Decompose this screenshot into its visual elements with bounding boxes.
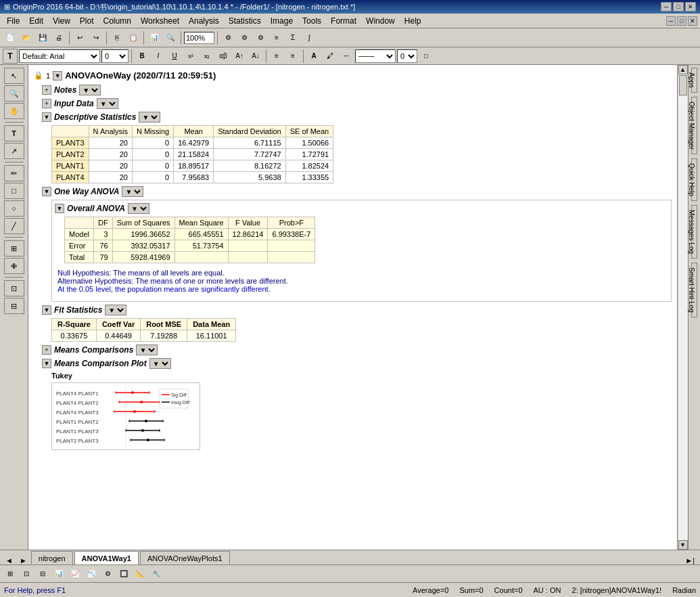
tab-anova1way1[interactable]: ANOVA1Way1 <box>74 551 139 565</box>
copy-button[interactable]: ⎘ <box>110 30 124 45</box>
font-size-select[interactable]: 0 <box>101 49 129 63</box>
text-tool[interactable]: T <box>3 49 18 64</box>
menu-window[interactable]: Window <box>362 15 399 27</box>
zoom-button[interactable]: 🔍 <box>163 30 178 45</box>
bold-button[interactable]: B <box>135 49 149 64</box>
extra-tool2[interactable]: ⊟ <box>4 298 24 314</box>
anova-dropdown[interactable]: ▼ <box>122 186 143 197</box>
btm-btn2[interactable]: ⊡ <box>19 567 34 581</box>
collapse-all-btn[interactable]: ▼ <box>53 71 62 81</box>
menu-column[interactable]: Column <box>99 15 135 27</box>
menu-tools[interactable]: Tools <box>298 15 325 27</box>
extra-btn5[interactable]: Σ <box>285 30 300 45</box>
new-button[interactable]: 📄 <box>3 30 18 45</box>
scroll-track[interactable] <box>678 74 688 540</box>
menu-file[interactable]: File <box>3 15 24 27</box>
desc-stats-collapse[interactable]: ▼ <box>42 112 51 122</box>
input-data-collapse[interactable]: + <box>42 99 51 108</box>
border-button[interactable]: □ <box>419 49 434 64</box>
extra-tool1[interactable]: ⊡ <box>4 280 24 296</box>
fit-stats-collapse[interactable]: ▼ <box>42 305 51 315</box>
messages-log-label[interactable]: Messages Log <box>691 205 697 259</box>
minimize-inner[interactable]: ─ <box>666 16 676 26</box>
btm-btn1[interactable]: ⊞ <box>3 567 18 581</box>
text-insert[interactable]: T <box>4 125 24 141</box>
superscript-button[interactable]: x² <box>183 49 198 64</box>
notes-collapse[interactable]: + <box>42 85 51 95</box>
print-button[interactable]: 🖨 <box>51 30 66 45</box>
line-button[interactable]: ─ <box>339 49 354 64</box>
overall-anova-dropdown[interactable]: ▼ <box>128 203 149 214</box>
extra-btn4[interactable]: ≡ <box>269 30 284 45</box>
subscript-button[interactable]: x₂ <box>200 49 214 64</box>
graph-button[interactable]: 📊 <box>147 30 162 45</box>
extra-btn1[interactable]: ⚙ <box>220 30 235 45</box>
means-plot-collapse[interactable]: ▼ <box>42 359 51 368</box>
move-tool[interactable]: ✙ <box>4 258 24 274</box>
open-button[interactable]: 📂 <box>19 30 34 45</box>
notes-dropdown[interactable]: ▼ <box>79 85 101 95</box>
data-tool[interactable]: ⊞ <box>4 240 24 257</box>
menu-view[interactable]: View <box>49 15 74 27</box>
menu-image[interactable]: Image <box>266 15 297 27</box>
underline-button[interactable]: U <box>167 49 182 64</box>
line-width-select[interactable]: 0 <box>397 49 417 63</box>
means-comp-dropdown[interactable]: ▼ <box>136 345 158 355</box>
btm-btn4[interactable]: 📊 <box>51 567 66 581</box>
btm-btn9[interactable]: 📐 <box>133 567 147 581</box>
maximize-button[interactable]: □ <box>673 2 684 12</box>
vertical-scrollbar[interactable]: ▲ ▼ <box>677 65 688 550</box>
color-button[interactable]: A <box>306 49 321 64</box>
highlight-button[interactable]: 🖍 <box>323 49 337 64</box>
zoom-input[interactable] <box>184 32 214 44</box>
tab-nitrogen[interactable]: nitrogen <box>31 551 73 565</box>
italic-button[interactable]: I <box>151 49 166 64</box>
scroll-thumb[interactable] <box>679 75 687 95</box>
close-inner[interactable]: ✕ <box>688 16 697 26</box>
means-comp-collapse[interactable]: + <box>42 345 51 355</box>
anova-collapse[interactable]: ▼ <box>42 187 51 196</box>
restore-inner[interactable]: □ <box>677 16 686 26</box>
extra-btn3[interactable]: ⚙ <box>253 30 268 45</box>
means-plot-dropdown[interactable]: ▼ <box>149 358 171 369</box>
menu-format[interactable]: Format <box>327 15 360 27</box>
align-center[interactable]: ≡ <box>285 49 300 64</box>
pan-tool[interactable]: ✋ <box>4 103 24 119</box>
input-data-dropdown[interactable]: ▼ <box>97 98 118 109</box>
circle-tool[interactable]: ○ <box>4 200 24 217</box>
btm-btn7[interactable]: ⚙ <box>100 567 115 581</box>
line-draw-tool[interactable]: ╱ <box>4 218 24 234</box>
undo-button[interactable]: ↩ <box>72 30 87 45</box>
desc-stats-dropdown[interactable]: ▼ <box>139 112 160 123</box>
extra-btn6[interactable]: ∫ <box>302 30 317 45</box>
line-style-select[interactable]: ─── <box>355 49 396 63</box>
font-up-button[interactable]: A↑ <box>232 49 247 64</box>
font-down-button[interactable]: A↓ <box>248 49 263 64</box>
btm-btn3[interactable]: ⊟ <box>35 567 50 581</box>
menu-help[interactable]: Help <box>400 15 425 27</box>
scroll-up-btn[interactable]: ▲ <box>678 65 688 74</box>
btm-btn6[interactable]: 📉 <box>84 567 99 581</box>
greek-button[interactable]: αβ <box>216 49 231 64</box>
btm-btn10[interactable]: 🔧 <box>149 567 164 581</box>
close-button[interactable]: ✕ <box>685 2 696 12</box>
menu-analysis[interactable]: Analysis <box>185 15 223 27</box>
menu-statistics[interactable]: Statistics <box>225 15 265 27</box>
menu-edit[interactable]: Edit <box>25 15 47 27</box>
overall-anova-collapse[interactable]: ▼ <box>55 204 64 213</box>
rect-tool[interactable]: □ <box>4 183 24 199</box>
minimize-button[interactable]: ─ <box>661 2 672 12</box>
menu-worksheet[interactable]: Worksheet <box>137 15 183 27</box>
object-manager-label[interactable]: Object Manager <box>691 97 697 154</box>
btm-btn5[interactable]: 📈 <box>68 567 83 581</box>
save-button[interactable]: 💾 <box>35 30 50 45</box>
paste-button[interactable]: 📋 <box>126 30 141 45</box>
tab-end-btn[interactable]: ►| <box>682 556 697 565</box>
redo-button[interactable]: ↪ <box>89 30 103 45</box>
tab-scroll-right[interactable]: ► <box>17 556 30 565</box>
align-left[interactable]: ≡ <box>269 49 284 64</box>
quick-help-label[interactable]: Quick Help <box>691 158 697 201</box>
extra-btn2[interactable]: ⚙ <box>237 30 252 45</box>
scroll-down-btn[interactable]: ▼ <box>678 540 688 550</box>
font-name-select[interactable]: Default: Arial <box>19 49 100 63</box>
